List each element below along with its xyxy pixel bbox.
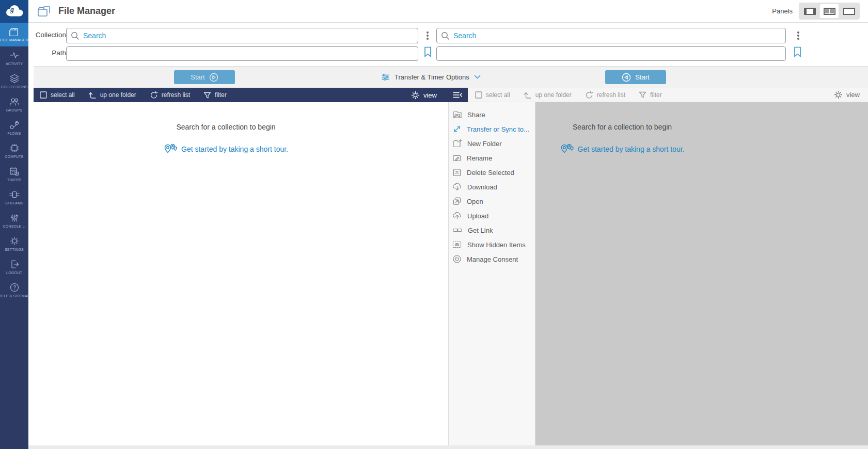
left-path-field (66, 46, 418, 61)
third-panel-button[interactable] (840, 4, 858, 18)
new-folder-icon (452, 139, 462, 148)
menu-item-download[interactable]: Download (449, 180, 535, 194)
empty-message: Search for a collection to begin (535, 123, 709, 131)
path-label: Path (34, 49, 66, 57)
menu-item-new-folder[interactable]: New Folder (449, 136, 535, 151)
left-path-input[interactable] (66, 46, 418, 61)
tour-link[interactable]: Get started by taking a short tour. (560, 143, 685, 155)
options-sliders-icon (381, 73, 390, 82)
sidebar-item-compute[interactable]: COMPUTE (0, 139, 28, 163)
menu-item-show-hidden-items[interactable]: Show Hidden Items (449, 237, 535, 252)
view-label: view (423, 91, 437, 99)
globus-logo[interactable]: g (0, 0, 28, 23)
select-all-button[interactable]: select all (40, 91, 75, 99)
sidebar-item-file-manager[interactable]: FILE MANAGER (0, 23, 28, 46)
sidebar-item-label: STREAMS (5, 201, 23, 205)
transfer-arrows-icon (452, 124, 462, 134)
menu-item-get-link[interactable]: Get Link (449, 223, 535, 237)
sidebar-item-logout[interactable]: LOGOUT (0, 255, 28, 279)
select-all-button[interactable]: select all (475, 91, 510, 99)
link-icon (452, 227, 463, 234)
sidebar-item-groups[interactable]: GROUPS (0, 93, 28, 116)
filter-label: filter (650, 91, 662, 99)
up-one-folder-button[interactable]: up one folder (524, 91, 572, 99)
menu-item-label: Upload (467, 212, 488, 220)
menu-item-label: Transfer or Sync to... (467, 125, 529, 133)
right-collection-search-input[interactable] (436, 28, 786, 43)
left-collection-menu-button[interactable] (423, 30, 432, 41)
sidebar-item-label: HELP & SITEMAP (0, 294, 30, 298)
sidebar-item-label: FILE MANAGER (0, 38, 28, 42)
sidebar-item-label: COLLECTIONS (1, 85, 28, 89)
refresh-list-label: refresh list (162, 91, 190, 99)
filter-button[interactable]: filter (203, 91, 227, 99)
right-panel-toolbar: select all up one folder refresh list fi… (468, 88, 868, 102)
checkbox-icon (40, 91, 47, 99)
up-one-folder-button[interactable]: up one folder (88, 91, 136, 99)
menu-item-label: Rename (467, 154, 492, 162)
rename-pencil-icon (452, 153, 462, 163)
single-panel-button[interactable] (800, 4, 819, 18)
up-one-folder-icon (88, 91, 97, 99)
view-button[interactable]: view (834, 90, 860, 99)
menu-item-open[interactable]: Open (449, 194, 535, 209)
delete-icon (452, 168, 462, 177)
search-icon (71, 31, 80, 40)
menu-item-transfer-or-sync[interactable]: Transfer or Sync to... (449, 122, 535, 136)
view-button[interactable]: view (411, 91, 437, 100)
left-collection-search (66, 28, 418, 43)
refresh-list-label: refresh list (597, 91, 625, 99)
open-icon (452, 197, 462, 206)
left-bookmark-icon[interactable] (424, 46, 432, 57)
up-one-folder-icon (524, 91, 532, 99)
menu-item-manage-consent[interactable]: Manage Consent (449, 252, 535, 266)
checkbox-icon (475, 91, 482, 99)
sidebar-item-activity[interactable]: ACTIVITY (0, 46, 28, 70)
right-collection-menu-button[interactable] (794, 30, 802, 41)
tour-link[interactable]: Get started by taking a short tour. (164, 143, 288, 155)
menu-item-label: Download (467, 183, 497, 191)
transfer-timer-options-toggle[interactable]: Transfer & Timer Options (381, 70, 481, 84)
left-start-button[interactable]: Start (174, 70, 235, 84)
sidebar-item-collections[interactable]: COLLECTIONS (0, 70, 28, 93)
play-right-icon (209, 73, 218, 82)
activity-pulse-icon (9, 50, 20, 60)
sidebar-item-console[interactable]: CONSOLE ⌄ (0, 209, 28, 232)
sidebar-item-flows[interactable]: FLOWS (0, 116, 28, 139)
menu-item-share[interactable]: Share (449, 107, 535, 122)
left-panel-toolbar: select all up one folder refresh list fi… (34, 88, 468, 102)
sidebar-item-label: ACTIVITY (6, 62, 23, 66)
menu-item-rename[interactable]: Rename (449, 151, 535, 165)
logout-door-icon (9, 259, 20, 269)
menu-item-delete-selected[interactable]: Delete Selected (449, 165, 535, 180)
sidebar-item-help-sitemap[interactable]: ? HELP & SITEMAP (0, 279, 28, 302)
collection-label: Collection (34, 31, 66, 39)
right-start-button[interactable]: Start (605, 70, 666, 84)
left-empty-state: Search for a collection to begin Get sta… (34, 102, 418, 157)
filter-button[interactable]: filter (639, 91, 662, 99)
refresh-list-button[interactable]: refresh list (585, 91, 625, 99)
sidebar-item-label: TIMERS (7, 178, 22, 182)
chevron-down-icon (474, 75, 481, 79)
play-left-icon (622, 73, 631, 82)
sidebar-item-timers[interactable]: TIMERS (0, 163, 28, 186)
left-collection-search-input[interactable] (66, 28, 418, 43)
search-icon (441, 31, 450, 40)
svg-text:g: g (10, 6, 14, 13)
sidebar-item-streams[interactable]: STREAMS (0, 186, 28, 209)
right-bookmark-icon[interactable] (794, 46, 801, 57)
collapse-menu-icon[interactable] (452, 91, 463, 99)
chevron-down-icon: ⌄ (22, 224, 25, 228)
show-hidden-eye-icon (452, 240, 462, 249)
sidebar-item-label: FLOWS (8, 132, 21, 136)
tour-pins-icon (560, 143, 574, 155)
dual-panel-button[interactable] (820, 4, 839, 18)
menu-item-upload[interactable]: Upload (449, 209, 535, 223)
sidebar-item-settings[interactable]: SETTINGS (0, 232, 28, 255)
right-empty-state: Search for a collection to begin Get sta… (535, 102, 709, 157)
refresh-list-button[interactable]: refresh list (150, 91, 190, 99)
titlebar: File Manager Panels (28, 0, 868, 23)
right-path-input[interactable] (436, 46, 786, 61)
filter-funnel-icon (639, 91, 646, 99)
up-one-folder-label: up one folder (100, 91, 136, 99)
